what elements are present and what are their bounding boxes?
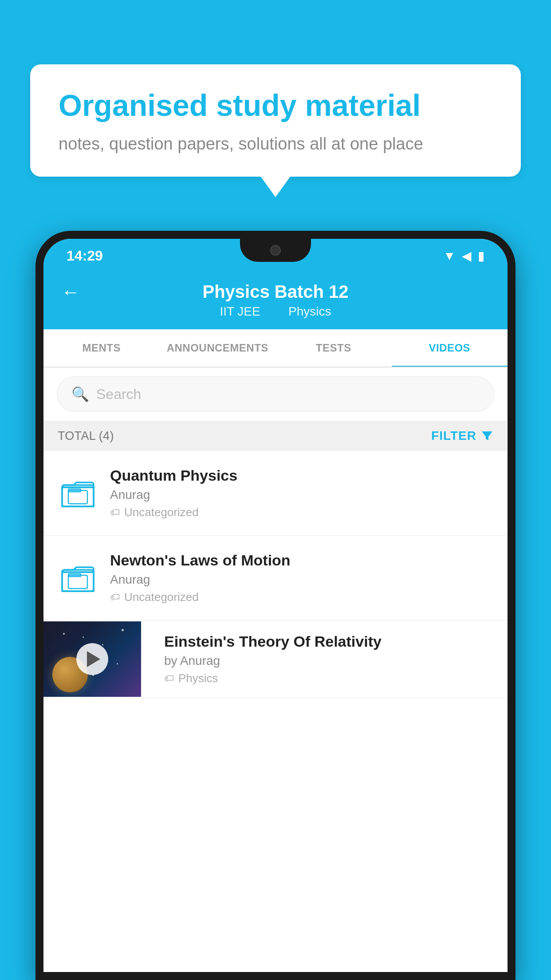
search-placeholder: Search [96, 386, 141, 403]
header-row: ← Physics Batch 12 [61, 282, 490, 302]
svg-rect-2 [68, 490, 87, 504]
filter-label: FILTER [431, 429, 476, 443]
status-time: 14:29 [67, 248, 103, 264]
tab-announcements[interactable]: ANNOUNCEMENTS [160, 329, 276, 367]
subtitle-part2: Physics [288, 304, 331, 318]
play-triangle-icon [87, 651, 100, 667]
video-info-3: Einstein's Theory Of Relativity by Anura… [153, 620, 508, 698]
tab-ments[interactable]: MENTS [43, 329, 160, 367]
tag-text-2: Uncategorized [124, 590, 199, 604]
subtitle-separator [273, 304, 280, 318]
signal-icon: ◀ [462, 249, 472, 263]
video-thumbnail-3 [43, 621, 141, 697]
battery-icon: ▮ [478, 249, 484, 263]
speech-bubble-heading: Organised study material [59, 87, 492, 124]
search-bar[interactable]: 🔍 Search [57, 376, 494, 412]
speech-bubble: Organised study material notes, question… [30, 64, 521, 177]
video-author-1: Anurag [110, 488, 493, 502]
star [117, 663, 118, 664]
header-title: Physics Batch 12 [202, 282, 348, 302]
video-title-1: Quantum Physics [110, 467, 493, 484]
phone-screen: 14:29 ▼ ◀ ▮ ← Physics Batch 12 IIT JEE P… [43, 239, 508, 972]
video-title-3: Einstein's Theory Of Relativity [164, 633, 497, 650]
total-count: TOTAL (4) [58, 429, 114, 443]
video-title-2: Newton's Laws of Motion [110, 552, 493, 569]
video-info-2: Newton's Laws of Motion Anurag 🏷 Uncateg… [110, 552, 493, 604]
video-thumb-icon-2 [58, 564, 98, 593]
speech-bubble-container: Organised study material notes, question… [30, 64, 521, 177]
video-info-1: Quantum Physics Anurag 🏷 Uncategorized [110, 467, 493, 519]
back-button[interactable]: ← [61, 281, 80, 303]
star [83, 636, 84, 638]
notch-camera [270, 245, 281, 256]
app-header: ← Physics Batch 12 IIT JEE Physics [43, 269, 508, 329]
video-thumb-icon-1 [58, 479, 98, 508]
tag-icon-3: 🏷 [164, 673, 174, 684]
phone-notch [240, 239, 311, 262]
search-container: 🔍 Search [43, 368, 508, 421]
video-item-3[interactable]: Einstein's Theory Of Relativity by Anura… [43, 620, 508, 698]
filter-funnel-icon [481, 430, 493, 442]
svg-rect-6 [68, 575, 87, 589]
video-tag-3: 🏷 Physics [164, 672, 497, 685]
filter-bar: TOTAL (4) FILTER [43, 421, 508, 451]
video-author-3: by Anurag [164, 654, 497, 668]
speech-bubble-subtext: notes, question papers, solutions all at… [59, 134, 492, 154]
star [122, 629, 124, 631]
tag-text-1: Uncategorized [124, 506, 199, 519]
video-tag-2: 🏷 Uncategorized [110, 590, 493, 604]
video-list: Quantum Physics Anurag 🏷 Uncategorized [43, 451, 508, 972]
folder-icon-1 [61, 479, 94, 508]
video-tag-1: 🏷 Uncategorized [110, 506, 493, 519]
tag-text-3: Physics [178, 672, 218, 685]
wifi-icon: ▼ [443, 249, 456, 263]
tab-tests[interactable]: TESTS [276, 329, 392, 367]
phone-frame: 14:29 ▼ ◀ ▮ ← Physics Batch 12 IIT JEE P… [35, 231, 516, 980]
subtitle-part1: IIT JEE [220, 304, 260, 318]
video-item-2[interactable]: Newton's Laws of Motion Anurag 🏷 Uncateg… [43, 536, 508, 620]
status-icons: ▼ ◀ ▮ [443, 249, 484, 263]
tag-icon-2: 🏷 [110, 592, 120, 603]
folder-icon-2 [61, 564, 94, 593]
star [63, 633, 65, 635]
filter-button[interactable]: FILTER [431, 429, 493, 443]
star [102, 644, 103, 645]
tab-videos[interactable]: VIDEOS [392, 329, 508, 367]
play-button-3[interactable] [76, 643, 108, 675]
search-icon: 🔍 [71, 386, 89, 403]
video-item-1[interactable]: Quantum Physics Anurag 🏷 Uncategorized [43, 451, 508, 536]
tabs-bar: MENTS ANNOUNCEMENTS TESTS VIDEOS [43, 329, 508, 368]
header-subtitle: IIT JEE Physics [215, 304, 335, 319]
tag-icon-1: 🏷 [110, 507, 120, 518]
video-author-2: Anurag [110, 573, 493, 587]
